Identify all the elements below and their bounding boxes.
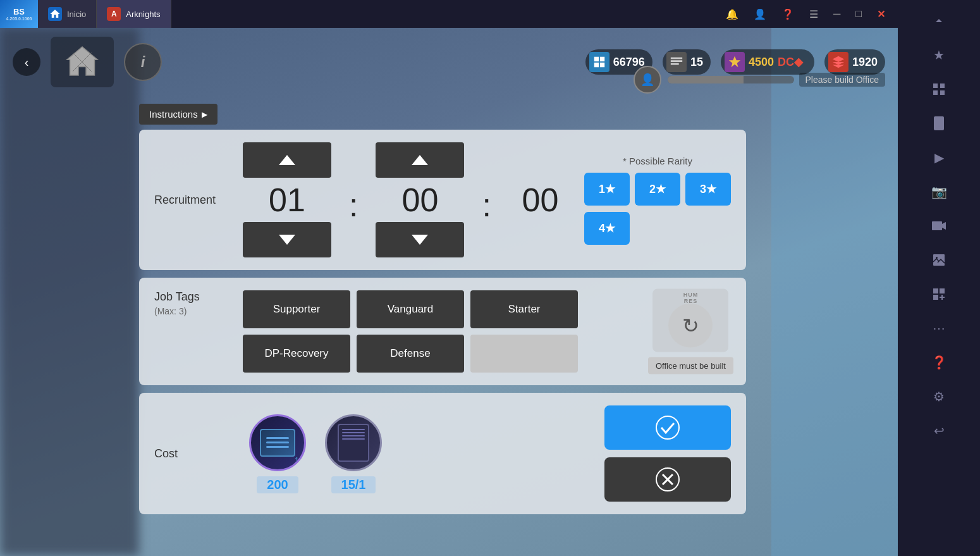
notification-icon[interactable]: 🔔 — [721, 6, 744, 23]
account-icon[interactable]: 👤 — [749, 6, 771, 23]
bg-blur-left — [0, 28, 139, 556]
svg-rect-30 — [940, 288, 945, 293]
cancel-button[interactable] — [604, 457, 731, 502]
sidebar-more-icon[interactable]: ⋯ — [923, 312, 955, 344]
jobtags-panel: Job Tags (Max: 3) Supporter Vanguard Sta… — [139, 278, 746, 385]
recruitment-panel: Recruitment 01 : 00 — [139, 130, 746, 270]
ticket-body — [260, 429, 295, 457]
hours-up-button[interactable] — [243, 142, 331, 178]
tags-grid: Supporter Vanguard Starter DP-Recovery D… — [243, 290, 578, 373]
rarity-1-button[interactable]: 1★ — [584, 173, 630, 206]
svg-marker-14 — [412, 235, 428, 245]
bluestacks-logo: BS 4.205.0.1006 — [0, 0, 38, 28]
tab-arknights-label: Arknights — [126, 9, 160, 19]
time-separator-1: : — [344, 186, 363, 224]
tag-vanguard[interactable]: Vanguard — [357, 290, 464, 328]
hours-display: 01 — [243, 178, 331, 222]
tab-inicio-label: Inicio — [67, 9, 86, 19]
sidebar-play-icon[interactable]: ▶ — [923, 142, 955, 173]
ticket-line-2 — [266, 442, 289, 443]
rarity-2-button[interactable]: 2★ — [635, 173, 680, 206]
cost-panel: Cost — [139, 393, 746, 514]
xp-bar-container: Please build Office — [668, 73, 885, 87]
minutes-up-button[interactable] — [376, 142, 464, 178]
instructions-button[interactable]: Instructions ▶ — [139, 104, 217, 125]
sidebar-macro-icon[interactable] — [923, 278, 955, 310]
svg-marker-26 — [942, 222, 946, 230]
sidebar-help-icon[interactable]: ❓ — [923, 347, 955, 378]
contract-line-2 — [342, 432, 365, 433]
hours-down-button[interactable] — [243, 222, 331, 257]
svg-rect-22 — [940, 90, 945, 95]
svg-rect-20 — [940, 83, 945, 88]
sidebar-back-icon[interactable]: ↩ — [923, 415, 955, 447]
home-tab-icon — [48, 7, 62, 21]
maximize-button[interactable]: □ — [850, 6, 867, 22]
tag-empty — [470, 335, 578, 373]
menu-icon[interactable]: ☰ — [804, 6, 823, 23]
titlebar: BS 4.205.0.1006 Inicio A Arknights 🔔 👤 ❓… — [0, 0, 898, 28]
sidebar-settings-icon[interactable]: ⚙ — [923, 381, 955, 412]
svg-rect-25 — [932, 221, 942, 230]
cost-item-contract: 15/1 — [325, 414, 382, 493]
office-must-be-built-notice: Office must be built — [648, 357, 733, 374]
cost-label: Cost — [154, 447, 230, 460]
sidebar-video-icon[interactable] — [923, 210, 955, 242]
xp-bar — [668, 76, 794, 83]
titlebar-controls: 🔔 👤 ❓ ☰ ─ □ ✕ — [721, 6, 898, 23]
svg-rect-4 — [600, 57, 604, 61]
home-button[interactable] — [51, 37, 114, 87]
minimize-button[interactable]: ─ — [828, 6, 845, 22]
svg-rect-9 — [671, 63, 679, 65]
rarity-row-2: 4★ — [584, 212, 731, 245]
tab-arknights[interactable]: A Arknights — [97, 0, 171, 28]
tag-defense[interactable]: Defense — [357, 335, 464, 373]
sidebar-phone-icon[interactable] — [923, 108, 955, 139]
info-button[interactable]: i — [124, 43, 162, 81]
ticket-number: 1 — [295, 457, 298, 464]
sidebar-expand-icon[interactable] — [923, 5, 955, 37]
tab-inicio[interactable]: Inicio — [38, 0, 97, 28]
tag-starter[interactable]: Starter — [470, 290, 578, 328]
rarity-section: * Possible Rarity 1★ 2★ 3★ 4★ — [584, 156, 731, 245]
right-sidebar: ★ ▶ 📷 ⋯ ❓ ⚙ ↩ — [898, 0, 980, 556]
tag-supporter[interactable]: Supporter — [243, 290, 350, 328]
main-content: Instructions ▶ Recruitment 01 : — [139, 104, 746, 522]
back-button[interactable]: ‹ — [13, 48, 40, 76]
user-avatar: 👤 — [634, 66, 661, 94]
contract-body — [338, 424, 369, 462]
svg-marker-13 — [412, 155, 428, 165]
svg-rect-21 — [933, 90, 938, 95]
svg-rect-31 — [933, 295, 938, 300]
svg-marker-0 — [67, 47, 97, 75]
contract-inner — [331, 421, 376, 465]
help-icon[interactable]: ❓ — [776, 6, 799, 23]
confirm-button[interactable] — [604, 405, 731, 450]
close-button[interactable]: ✕ — [872, 6, 890, 23]
rarity-3-button[interactable]: 3★ — [685, 173, 731, 206]
bg-blur-right — [771, 28, 898, 556]
ticket-icon: 1 — [249, 414, 306, 471]
svg-rect-19 — [933, 83, 938, 88]
svg-point-24 — [938, 127, 940, 129]
refresh-button[interactable]: ↻ — [668, 304, 713, 348]
contract-line-4 — [342, 438, 365, 440]
game-area: ‹ i 66796 15 — [0, 28, 898, 556]
sidebar-gallery-icon[interactable] — [923, 244, 955, 276]
recruitment-label: Recruitment — [154, 194, 230, 207]
ticket-cost-value: 200 — [257, 476, 298, 493]
ticket-inner: 1 — [255, 421, 300, 465]
sidebar-camera-icon[interactable]: 📷 — [923, 176, 955, 207]
ticket-line-1 — [266, 437, 289, 439]
minutes-down-button[interactable] — [376, 222, 464, 257]
contract-icon — [325, 414, 382, 471]
cost-item-ticket: 1 200 — [249, 414, 306, 493]
rarity-4-button[interactable]: 4★ — [584, 212, 630, 245]
minutes-display: 00 — [376, 178, 464, 222]
jobtags-sublabel: (Max: 3) — [154, 306, 230, 316]
sidebar-grid-icon[interactable] — [923, 73, 955, 105]
sidebar-star-icon[interactable]: ★ — [923, 39, 955, 71]
contract-line-1 — [342, 429, 365, 430]
tag-dp-recovery[interactable]: DP-Recovery — [243, 335, 350, 373]
hours-control: 01 — [243, 142, 331, 257]
